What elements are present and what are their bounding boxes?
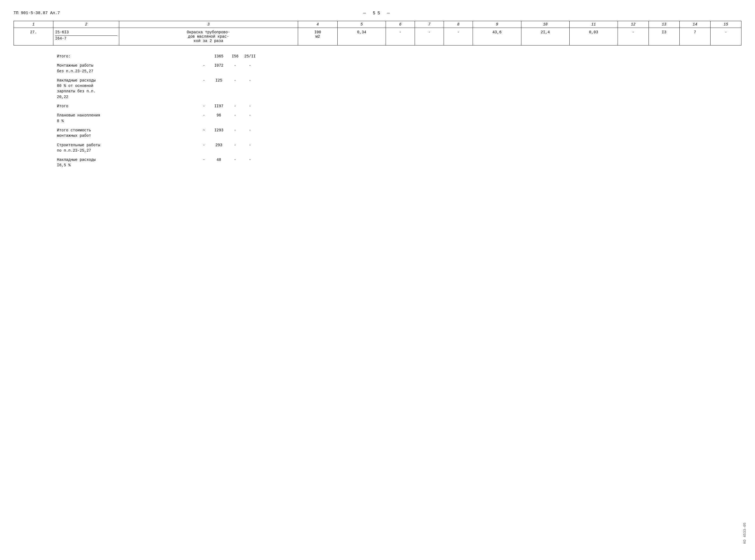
summary-col15: - [243, 113, 257, 118]
summary-row: Монтажные работы без п.п.23-25,27-I072-- [57, 63, 741, 74]
summary-label: Монтажные работы без п.п.23-25,27 [57, 63, 198, 74]
cell-col8: - [444, 28, 473, 45]
summary-col13: I25 [210, 78, 228, 83]
main-table: 1 2 3 4 5 6 7 8 9 10 11 12 13 14 15 27. … [14, 21, 741, 45]
cell-col9: 43,6 [473, 28, 521, 45]
summary-col14: - [228, 78, 243, 83]
page-number: — 55 — [363, 11, 392, 16]
col-header-8: 8 [444, 21, 473, 28]
cell-col2-line2: I64-7 [55, 36, 117, 41]
summary-label: Строительные работы по п.п.23-25,27 [57, 142, 198, 154]
col-header-10: 10 [521, 21, 569, 28]
summary-col13: I072 [210, 63, 228, 68]
summary-label: Итого стоимость монтажных работ [57, 127, 198, 139]
summary-col15: 25/II [243, 54, 257, 59]
cell-col15: - [710, 28, 741, 45]
summary-col15: - [243, 127, 257, 133]
cell-col1: 27. [14, 28, 53, 45]
summary-col12: - [198, 78, 210, 83]
summary-col15: - [243, 142, 257, 148]
summary-label: Итого [57, 103, 198, 109]
summary-row: Накладные расходы I6,5 %-48-- [57, 157, 741, 168]
summary-col13: 293 [210, 142, 228, 148]
summary-row: Плановые накопления 8 %-96-- [57, 113, 741, 124]
col-header-14: 14 [679, 21, 710, 28]
cell-col2-line1: I5-6I3 [55, 30, 117, 34]
summary-label: Накладные расходы 80 % от основной зарпл… [57, 78, 198, 100]
cell-col10: 2I,4 [521, 28, 569, 45]
summary-col13: I365 [210, 54, 228, 59]
summary-label: Итого: [57, 54, 198, 59]
summary-label: Накладные расходы I6,5 % [57, 157, 198, 168]
summary-col15: - [243, 78, 257, 83]
summary-col13: II97 [210, 103, 228, 109]
summary-col14: - [228, 157, 243, 162]
page-header: ТП 901-5-38.87 Ал.7 — 55 — [14, 11, 741, 16]
cell-col14: 7 [679, 28, 710, 45]
summary-col12: - [198, 103, 210, 109]
table-row: 27. I5-6I3 I64-7 Окраска трубопрово-дов … [14, 28, 741, 45]
col-header-4: 4 [298, 21, 337, 28]
col-header-5: 5 [337, 21, 386, 28]
col-header-9: 9 [473, 21, 521, 28]
summary-col13: 96 [210, 113, 228, 118]
summary-col13: 48 [210, 157, 228, 162]
cell-col7: - [415, 28, 444, 45]
cell-col3: Окраска трубопрово-дов масляной крас-кой… [119, 28, 298, 45]
summary-row: Строительные работы по п.п.23-25,27-293-… [57, 142, 741, 154]
col-header-3: 3 [119, 21, 298, 28]
cell-col13: I3 [648, 28, 679, 45]
summary-col14: - [228, 103, 243, 109]
col-header-6: 6 [386, 21, 415, 28]
summary-col12: - [198, 113, 210, 118]
summary-col14: - [228, 63, 243, 68]
summary-label: Плановые накопления 8 % [57, 113, 198, 124]
summary-section: Итого:I365I5625/IIМонтажные работы без п… [14, 54, 741, 168]
summary-col14: - [228, 127, 243, 133]
col-header-13: 13 [648, 21, 679, 28]
summary-col12: - [198, 157, 210, 162]
summary-row: Итого:I365I5625/II [57, 54, 741, 59]
summary-col14: - [228, 142, 243, 148]
col-header-12: 12 [618, 21, 648, 28]
cell-col11: 0,03 [569, 28, 618, 45]
cell-col12: - [618, 28, 648, 45]
summary-col12: - [198, 142, 210, 148]
cell-col5: 0,34 [337, 28, 386, 45]
summary-col15: - [243, 103, 257, 109]
summary-col14: - [228, 113, 243, 118]
col-header-7: 7 [415, 21, 444, 28]
col-header-1: 1 [14, 21, 53, 28]
cell-col4: I00м2 [298, 28, 337, 45]
doc-title: ТП 901-5-38.87 Ал.7 [14, 11, 60, 16]
cell-col6: - [386, 28, 415, 45]
cell-col2: I5-6I3 I64-7 [53, 28, 119, 45]
summary-row: Итого стоимость монтажных работ~I293-- [57, 127, 741, 139]
table-header-row: 1 2 3 4 5 6 7 8 9 10 11 12 13 14 15 [14, 21, 741, 28]
summary-col12: - [198, 63, 210, 68]
col-header-15: 15 [710, 21, 741, 28]
col-header-11: 11 [569, 21, 618, 28]
summary-col14: I56 [228, 54, 243, 59]
col-header-2: 2 [53, 21, 119, 28]
summary-col12: ~ [198, 127, 210, 133]
summary-row: Итого-II97-- [57, 103, 741, 109]
summary-row: Накладные расходы 80 % от основной зарпл… [57, 78, 741, 100]
summary-col15: - [243, 63, 257, 68]
summary-col15: - [243, 157, 257, 162]
summary-col13: I293 [210, 127, 228, 133]
